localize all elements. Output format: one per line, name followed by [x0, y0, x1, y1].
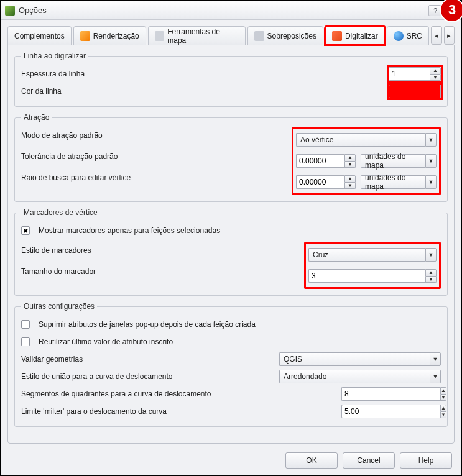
uniao-value: Arredondado — [279, 370, 430, 383]
validar-label: Validar geometrias — [21, 355, 274, 364]
brush-icon — [80, 31, 90, 41]
espessura-label: Espessura da linha — [21, 70, 384, 78]
estilo-combo[interactable]: Cruz ▼ — [308, 248, 437, 262]
group-marcadores-legend: Marcadores de vértice — [21, 208, 100, 217]
chevron-down-icon[interactable]: ▼ — [430, 352, 441, 366]
uniao-label: Estilo de união para a curva de deslocam… — [21, 372, 274, 381]
app-icon — [5, 6, 15, 16]
raio-up[interactable]: ▲ — [344, 175, 356, 183]
mostrar-label: Mostrar marcadores apenas para feições s… — [39, 226, 220, 235]
reutil-checkbox[interactable] — [21, 337, 30, 346]
modo-label: Modo de atração padrão — [21, 131, 287, 140]
validar-value: QGIS — [279, 352, 430, 366]
miter-spin[interactable]: ▲▼ — [341, 405, 441, 418]
step-badge: 3 — [440, 0, 462, 22]
reutil-label: Reutilizar último valor de atributo insc… — [39, 337, 173, 346]
chevron-down-icon[interactable]: ▼ — [425, 175, 437, 189]
tol-unit-combo[interactable]: unidades do mapa ▼ — [361, 154, 437, 168]
seg-input[interactable] — [341, 387, 440, 401]
chevron-down-icon[interactable]: ▼ — [425, 154, 437, 168]
espessura-input[interactable] — [389, 67, 430, 81]
group-linha-legend: Linha ao digitalizar — [21, 52, 88, 60]
tol-spin[interactable]: ▲▼ — [296, 154, 356, 168]
tab-complementos[interactable]: Complementos — [7, 26, 72, 45]
seg-up[interactable]: ▲ — [440, 387, 446, 395]
cor-button[interactable] — [389, 85, 441, 98]
tab-panel: Linha ao digitalizar Espessura da linha … — [7, 45, 455, 444]
estilo-value: Cruz — [308, 248, 425, 262]
tam-input[interactable] — [308, 269, 425, 283]
mostrar-checkbox[interactable] — [21, 226, 30, 235]
raio-unit-value: unidades do mapa — [361, 175, 425, 189]
cancel-button[interactable]: Cancel — [343, 452, 395, 469]
raio-label: Raio de busca para editar vértice — [21, 173, 287, 182]
tab-bar: Complementos Renderização Ferramentas de… — [7, 26, 455, 45]
tol-up[interactable]: ▲ — [344, 154, 356, 162]
suprimir-label: Suprimir atributos de janelas pop-up dep… — [39, 320, 256, 329]
map-tools-icon — [155, 31, 165, 41]
dialog-buttons: OK Cancel Help — [285, 452, 452, 469]
tabs-scroll-left[interactable]: ◂ — [431, 26, 442, 45]
digitize-icon — [332, 31, 342, 41]
cor-label: Cor da linha — [21, 87, 384, 96]
tam-down[interactable]: ▼ — [425, 277, 437, 283]
tabs-scroll-right[interactable]: ▸ — [444, 26, 455, 45]
raio-down[interactable]: ▼ — [344, 183, 356, 190]
tab-sobreposicoes[interactable]: Sobreposições — [247, 26, 323, 45]
modo-value: Ao vértice — [296, 133, 425, 147]
group-marcadores: Marcadores de vértice Mostrar marcadores… — [14, 208, 448, 296]
group-outras-legend: Outras configurações — [21, 302, 97, 311]
tam-spin[interactable]: ▲▼ — [308, 269, 437, 283]
tol-down[interactable]: ▼ — [344, 162, 356, 168]
tab-src[interactable]: SRC — [387, 26, 429, 45]
tab-ferramentas[interactable]: Ferramentas de mapa — [148, 26, 246, 45]
tab-renderizacao[interactable]: Renderização — [73, 26, 146, 45]
seg-down[interactable]: ▼ — [440, 395, 446, 401]
espessura-up[interactable]: ▲ — [430, 67, 441, 75]
modo-combo[interactable]: Ao vértice ▼ — [296, 133, 437, 147]
globe-icon — [394, 31, 404, 41]
titlebar: Opções ? ✕ — [1, 1, 461, 20]
seg-label: Segmentos de quadrantes para a curva de … — [21, 390, 336, 398]
seg-spin[interactable]: ▲▼ — [341, 387, 441, 401]
chevron-down-icon[interactable]: ▼ — [430, 370, 441, 383]
window-title: Opções — [19, 6, 47, 15]
group-atracao-legend: Atração — [21, 113, 52, 122]
help-button[interactable]: Help — [400, 452, 452, 469]
miter-up[interactable]: ▲ — [440, 405, 446, 412]
group-atracao: Atração Modo de atração padrão Tolerânci… — [14, 113, 448, 202]
overlay-icon — [254, 31, 264, 41]
miter-label: Limite 'milter' para o deslocamento da c… — [21, 407, 336, 416]
espessura-spin[interactable]: ▲▼ — [389, 67, 441, 81]
chevron-down-icon[interactable]: ▼ — [425, 133, 437, 147]
tol-input[interactable] — [296, 154, 344, 168]
miter-down[interactable]: ▼ — [440, 412, 446, 419]
chevron-down-icon[interactable]: ▼ — [425, 248, 437, 262]
group-outras: Outras configurações Suprimir atributos … — [14, 302, 448, 427]
uniao-combo[interactable]: Arredondado ▼ — [279, 370, 441, 383]
tab-digitalizar[interactable]: Digitalizar — [325, 26, 385, 45]
espessura-down[interactable]: ▼ — [430, 75, 441, 81]
raio-input[interactable] — [296, 175, 344, 189]
raio-spin[interactable]: ▲▼ — [296, 175, 356, 189]
group-linha: Linha ao digitalizar Espessura da linha … — [14, 52, 448, 107]
validar-combo[interactable]: QGIS ▼ — [279, 352, 441, 366]
tam-up[interactable]: ▲ — [425, 269, 437, 277]
tol-unit-value: unidades do mapa — [361, 154, 425, 168]
miter-input[interactable] — [341, 405, 440, 418]
tol-label: Tolerância de atração padrão — [21, 152, 287, 161]
suprimir-checkbox[interactable] — [21, 320, 30, 329]
tam-label: Tamanho do marcador — [21, 267, 299, 276]
raio-unit-combo[interactable]: unidades do mapa ▼ — [361, 175, 437, 189]
estilo-label: Estilo de marcadores — [21, 246, 299, 255]
ok-button[interactable]: OK — [285, 452, 338, 469]
